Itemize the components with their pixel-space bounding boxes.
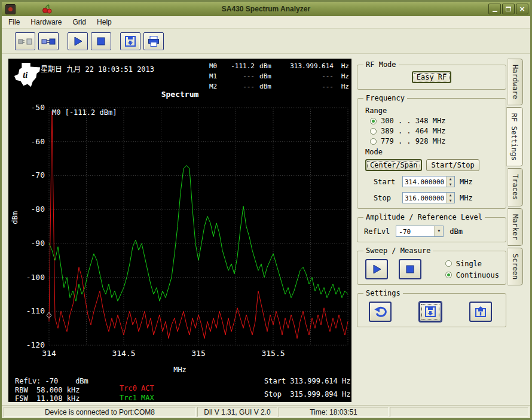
close-button[interactable]: × <box>516 4 528 14</box>
settings-legend: Settings <box>363 289 403 297</box>
svg-text:315.5: 315.5 <box>261 349 285 358</box>
ti-logo: ti <box>13 62 42 89</box>
load-settings-button[interactable] <box>469 302 492 322</box>
mode-label: Mode <box>365 148 502 156</box>
amplitude-group: Amplitude / Reference Level RefLvl -70 ▼… <box>357 213 506 242</box>
connect-button[interactable] <box>15 32 35 50</box>
close-icon: × <box>519 5 525 13</box>
save-icon <box>124 35 137 48</box>
print-toolbar-button[interactable] <box>143 32 164 50</box>
tab-rf-settings[interactable]: RF Settings <box>506 107 523 166</box>
footer-reflevel: RefLv: -70 dBm <box>15 377 88 385</box>
spin-down-icon[interactable]: ▼ <box>447 182 454 187</box>
svg-text:-80: -80 <box>31 205 45 214</box>
tab-screen[interactable]: Screen <box>507 248 523 285</box>
spin-down-icon[interactable]: ▼ <box>447 198 454 203</box>
marker-name: M0 <box>209 62 225 70</box>
svg-text:-50: -50 <box>31 103 45 112</box>
menu-hardware[interactable]: Hardware <box>25 16 67 28</box>
status-filler <box>390 407 528 417</box>
restore-settings-button[interactable] <box>369 302 392 322</box>
minimize-icon <box>493 11 497 12</box>
start-stop-button[interactable]: Start/Stop <box>426 159 479 171</box>
footer-start-freq: Start 313.999.614 Hz <box>264 377 351 385</box>
minimize-button[interactable] <box>488 4 501 14</box>
continuous-label: Continuous <box>456 271 499 279</box>
tab-hardware[interactable]: Hardware <box>507 59 523 105</box>
maximize-button[interactable] <box>502 4 515 14</box>
rf-mode-group: RF Mode Easy RF <box>357 60 506 90</box>
window-title: SA430 Spectrum Analyzer <box>2 5 530 13</box>
sweep-stop-button[interactable] <box>399 259 421 279</box>
radio-icon <box>370 118 377 124</box>
start-frequency-spinner[interactable]: 314.000000 ▲ ▼ <box>402 176 455 187</box>
stop-frequency-spinner[interactable]: 316.000000 ▲ ▼ <box>402 192 455 203</box>
start-frequency-value: 314.000000 <box>403 176 446 187</box>
reflvl-dropdown[interactable]: -70 ▼ <box>396 226 444 237</box>
save-toolbar-button[interactable] <box>120 32 140 50</box>
menu-file[interactable]: File <box>3 16 25 28</box>
range-radio-779-928[interactable]: 779 . . 928 MHz <box>370 137 502 145</box>
print-icon <box>147 35 160 48</box>
svg-text:-60: -60 <box>31 137 45 146</box>
range-radio-389-464[interactable]: 389 . . 464 MHz <box>370 127 502 135</box>
stop-icon <box>95 35 107 47</box>
save-settings-button[interactable] <box>419 302 442 322</box>
footer-fsw: FSW 11.108 kHz <box>15 394 80 403</box>
app-window: SA430 Spectrum Analyzer × File Hardware … <box>0 0 532 420</box>
svg-text:314: 314 <box>42 349 56 358</box>
marker-freq: 313.999.614 <box>276 62 334 70</box>
start-sweep-toolbar-button[interactable] <box>68 32 88 50</box>
settings-tabstrip: Hardware RF Settings Traces Marker Scree… <box>507 59 523 285</box>
marker-freq: --- <box>276 72 334 80</box>
stop-sweep-toolbar-button[interactable] <box>91 32 111 50</box>
stop-freq-unit: MHz <box>460 194 473 202</box>
single-label: Single <box>456 260 482 268</box>
chevron-down-icon[interactable]: ▼ <box>434 226 443 236</box>
footer-stop-freq: Stop 315.999.894 Hz <box>264 390 351 398</box>
radio-icon <box>370 138 377 145</box>
footer-trace0-status: Trc0 ACT <box>120 384 154 392</box>
sweep-start-button[interactable] <box>365 259 388 279</box>
svg-text:314.5: 314.5 <box>112 349 135 358</box>
svg-text:-70: -70 <box>31 171 45 179</box>
status-time: Time: 18:03:51 <box>279 407 389 417</box>
cherry-icon <box>42 4 53 14</box>
reflvl-unit: dBm <box>450 227 463 236</box>
plot-datetime: 星期日 九月 22 18:03:51 2013 <box>41 63 154 74</box>
easy-rf-button[interactable]: Easy RF <box>412 71 452 83</box>
radio-icon <box>370 128 377 135</box>
disconnect-button[interactable] <box>38 32 59 50</box>
continuous-sweep-radio[interactable]: Continuous <box>445 271 499 279</box>
rf-mode-legend: RF Mode <box>363 60 399 69</box>
frequency-group: Frequency Range 300 . . 348 MHz 389 . . … <box>357 94 506 209</box>
spectrum-plot: -50-60-70-80-90-100-110-120314314.531531… <box>8 59 351 402</box>
range-radio-300-348[interactable]: 300 . . 348 MHz <box>370 117 502 125</box>
marker-level-unit: dBm <box>255 62 276 70</box>
svg-text:-100: -100 <box>26 273 45 282</box>
stop-freq-label: Stop <box>374 194 398 202</box>
single-sweep-radio[interactable]: Single <box>445 260 499 268</box>
start-freq-label: Start <box>374 178 398 186</box>
reflvl-label: RefLvl <box>364 227 390 236</box>
maximize-icon <box>506 7 511 11</box>
menubar: File Hardware Grid Help <box>2 16 530 29</box>
menu-help[interactable]: Help <box>91 16 117 28</box>
restore-icon <box>373 305 387 318</box>
marker-freq-unit: Hz <box>334 62 349 70</box>
range-option-label: 779 . . 928 MHz <box>381 137 445 145</box>
tab-traces[interactable]: Traces <box>507 168 523 206</box>
status-connection: Device is connected to Port:COM8 <box>4 407 196 417</box>
titlebar: SA430 Spectrum Analyzer × <box>2 2 530 16</box>
center-span-button[interactable]: Center/Span <box>365 159 422 171</box>
stop-icon <box>404 263 416 275</box>
frequency-legend: Frequency <box>363 94 407 102</box>
menu-grid[interactable]: Grid <box>67 16 91 28</box>
save-settings-icon <box>424 305 437 318</box>
x-axis-label: MHz <box>8 366 351 374</box>
tab-marker[interactable]: Marker <box>507 208 523 246</box>
settings-group: Settings <box>357 289 506 327</box>
y-axis-label: dBm <box>11 211 19 224</box>
spin-up-icon[interactable]: ▲ <box>447 176 454 182</box>
spin-up-icon[interactable]: ▲ <box>447 193 454 198</box>
